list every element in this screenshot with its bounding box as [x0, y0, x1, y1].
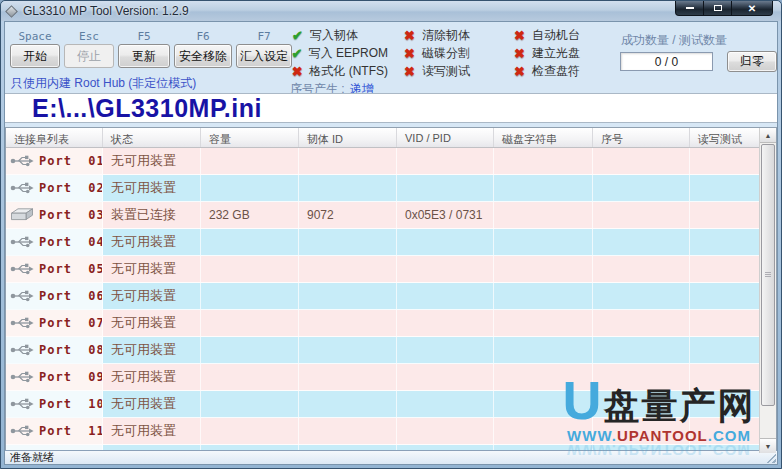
- table-body: Port 01 无可用装置 Port 02 无可用装置: [6, 148, 776, 453]
- serial-cell: [593, 391, 690, 417]
- port-label: Port 07: [39, 316, 103, 330]
- start-button[interactable]: 开始: [10, 44, 60, 68]
- port-label: Port 06: [39, 289, 103, 303]
- vid-pid-cell: [397, 391, 494, 417]
- option-label: 自动机台: [532, 27, 580, 44]
- title-bar[interactable]: GL3310 MP Tool Version: 1.2.9 ✕: [1, 1, 781, 21]
- import-settings-button[interactable]: 汇入设定: [236, 44, 292, 68]
- firmware-id-cell: [299, 175, 397, 201]
- stop-button[interactable]: 停止: [64, 44, 114, 68]
- firmware-id-cell: [299, 337, 397, 363]
- table-row-port-01[interactable]: Port 01 无可用装置: [6, 148, 776, 175]
- option-label: 格式化 (NTFS): [309, 63, 388, 80]
- column-header-capacity[interactable]: 容量: [201, 128, 299, 147]
- firmware-id-cell: [299, 418, 397, 444]
- capacity-cell: [201, 148, 299, 174]
- table-row-port-04[interactable]: Port 04 无可用装置: [6, 229, 776, 256]
- usb-icon: [9, 369, 35, 385]
- drive-string-cell: [494, 310, 593, 336]
- column-header-drive-string[interactable]: 磁盘字符串: [494, 128, 593, 147]
- usb-icon: [9, 342, 35, 358]
- hotkey-f7: F7: [236, 30, 292, 43]
- reset-counter-button[interactable]: 归零: [727, 51, 777, 72]
- table-row-port-11[interactable]: Port 11 无可用装置: [6, 418, 776, 445]
- port-label: Port 11: [39, 424, 103, 438]
- usb-icon: [9, 396, 35, 412]
- serial-cell: [593, 229, 690, 255]
- usb-icon: [9, 153, 35, 169]
- cross-icon: ✖: [512, 29, 527, 42]
- option-clear-firmware: ✖ 清除韧体: [402, 26, 500, 44]
- table-row-port-06[interactable]: Port 06 无可用装置: [6, 283, 776, 310]
- status-cell: 无可用装置: [103, 337, 201, 363]
- drive-string-cell: [494, 202, 593, 228]
- update-button[interactable]: 更新: [118, 44, 170, 68]
- usb-icon: [9, 261, 35, 277]
- column-header-firmware-id[interactable]: 韧体 ID: [299, 128, 397, 147]
- cross-icon: ✖: [402, 65, 417, 78]
- usb-icon: [9, 180, 35, 196]
- option-column-1: ✔ 写入韧体 ✔ 写入 EEPROM ✖ 格式化 (NTFS) 序号产生 : 递…: [290, 26, 388, 98]
- vid-pid-cell: [397, 310, 494, 336]
- option-check-drive-letter: ✖ 检查盘符: [512, 62, 610, 80]
- column-header-status[interactable]: 状态: [103, 128, 201, 147]
- firmware-id-cell: [299, 364, 397, 390]
- usb-icon: [9, 234, 35, 250]
- minimize-icon: [686, 7, 694, 9]
- config-file-path: E:\...\GL3310MP.ini: [5, 94, 262, 123]
- table-row-port-10[interactable]: Port 10 无可用装置: [6, 391, 776, 418]
- root-hub-note: 只使用内建 Root Hub (非定位模式): [11, 75, 196, 92]
- safe-remove-button[interactable]: 安全移除: [174, 44, 232, 68]
- option-column-2: ✖ 清除韧体 ✖ 磁碟分割 ✖ 读写测试: [402, 26, 500, 80]
- table-row-port-02[interactable]: Port 02 无可用装置: [6, 175, 776, 202]
- firmware-id-cell: [299, 310, 397, 336]
- status-bar: 准备就绪: [5, 450, 777, 464]
- scroll-down-icon: ▼: [765, 443, 772, 450]
- hotkey-f5: F5: [118, 30, 170, 43]
- table-row-port-05[interactable]: Port 05 无可用装置: [6, 256, 776, 283]
- minimize-button[interactable]: [675, 1, 704, 16]
- status-cell: 无可用装置: [103, 418, 201, 444]
- hotkey-space: Space: [10, 30, 60, 43]
- drive-string-cell: [494, 391, 593, 417]
- status-cell: 无可用装置: [103, 256, 201, 282]
- option-disk-partition: ✖ 磁碟分割: [402, 44, 500, 62]
- table-row-port-08[interactable]: Port 08 无可用装置: [6, 337, 776, 364]
- scroll-up-button[interactable]: ▲: [760, 128, 776, 143]
- status-cell: 无可用装置: [103, 391, 201, 417]
- option-write-firmware: ✔ 写入韧体: [290, 26, 388, 44]
- close-button[interactable]: ✕: [731, 1, 773, 16]
- window-controls: ✕: [675, 1, 773, 16]
- status-cell: 装置已连接: [103, 202, 201, 228]
- hotkey-hints: Space Esc F5 F6 F7: [10, 30, 292, 43]
- hotkey-f6: F6: [174, 30, 232, 43]
- table-row-port-07[interactable]: Port 07 无可用装置: [6, 310, 776, 337]
- vid-pid-cell: [397, 364, 494, 390]
- port-label: Port 08: [39, 343, 103, 357]
- column-header-serial[interactable]: 序号: [593, 128, 690, 147]
- column-header-port-list[interactable]: 连接阜列表: [6, 128, 103, 147]
- vertical-scrollbar[interactable]: ▲ ▼: [759, 128, 776, 453]
- vid-pid-cell: 0x05E3 / 0731: [397, 202, 494, 228]
- serial-cell: [593, 337, 690, 363]
- status-cell: 无可用装置: [103, 148, 201, 174]
- option-label: 检查盘符: [532, 63, 580, 80]
- drive-string-cell: [494, 418, 593, 444]
- vid-pid-cell: [397, 337, 494, 363]
- column-header-vid-pid[interactable]: VID / PID: [397, 128, 494, 147]
- check-icon: ✔: [290, 47, 304, 60]
- capacity-cell: [201, 364, 299, 390]
- capacity-cell: [201, 418, 299, 444]
- maximize-button[interactable]: [704, 1, 731, 16]
- serial-cell: [593, 256, 690, 282]
- status-cell: 无可用装置: [103, 310, 201, 336]
- scroll-up-icon: ▲: [765, 132, 772, 139]
- status-cell: 无可用装置: [103, 283, 201, 309]
- window-title: GL3310 MP Tool Version: 1.2.9: [23, 4, 189, 18]
- scrollbar-thumb[interactable]: [761, 144, 775, 406]
- port-label: Port 04: [39, 235, 103, 249]
- scroll-down-button[interactable]: ▼: [760, 438, 776, 453]
- option-auto-machine: ✖ 自动机台: [512, 26, 610, 44]
- table-row-port-09[interactable]: Port 09 无可用装置: [6, 364, 776, 391]
- table-row-port-03-connected[interactable]: Port 03 装置已连接 232 GB 9072 0x05E3 / 0731: [6, 202, 776, 229]
